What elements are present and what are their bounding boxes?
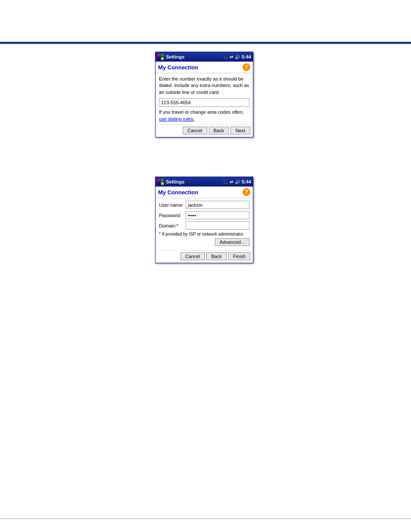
windows-logo-icon	[157, 53, 164, 60]
svg-rect-5	[161, 179, 164, 181]
dialog-content-1: Enter the number exactly as it should be…	[156, 73, 253, 124]
titlebar-2: Settings 📞 ⇄ 🔊 5:44	[156, 177, 253, 187]
titlebar-time-1: 5:44	[242, 54, 251, 59]
back-button-2[interactable]: Back	[206, 252, 226, 260]
windows-logo-icon-2	[157, 178, 164, 185]
dialog-header-1: My Connection ?	[156, 62, 253, 73]
cancel-button-2[interactable]: Cancel	[181, 252, 205, 260]
titlebar-right-2: 📞 ⇄ 🔊 5:44	[223, 179, 251, 184]
svg-rect-6	[158, 182, 160, 185]
help-button-1[interactable]: ?	[243, 63, 250, 71]
password-label: Password:	[159, 213, 186, 218]
bottom-decorative-bar	[0, 518, 411, 519]
titlebar-right-1: 📞 ⇄ 🔊 5:44	[223, 54, 251, 59]
dialog-title-1: My Connection	[158, 64, 198, 71]
username-label: User name:	[159, 202, 186, 208]
password-input[interactable]	[186, 211, 249, 219]
svg-rect-0	[158, 54, 160, 56]
svg-rect-3	[161, 57, 164, 60]
dialog-credentials: Settings 📞 ⇄ 🔊 5:44 My Connection ? User…	[155, 177, 253, 263]
volume-status-icon-2: 🔊	[235, 180, 240, 184]
titlebar-1: Settings 📞 ⇄ 🔊 5:44	[156, 52, 253, 62]
advanced-row: Advanced...	[159, 238, 249, 246]
titlebar-title-2: Settings	[166, 179, 184, 184]
titlebar-left-2: Settings	[157, 178, 184, 185]
dialog-buttons-2: Cancel Back Finish	[156, 250, 253, 263]
password-row: Password:	[159, 211, 249, 219]
titlebar-time-2: 5:44	[242, 179, 251, 184]
domain-row: Domain:*	[159, 221, 249, 230]
username-input[interactable]	[186, 201, 249, 209]
network-status-icon-2: ⇄	[230, 180, 233, 184]
network-status-icon: ⇄	[230, 55, 233, 59]
dialog-content-2: User name: Password: Domain:* * If provi…	[156, 198, 253, 250]
svg-rect-7	[161, 182, 164, 185]
next-button-1[interactable]: Next	[230, 127, 250, 134]
phone-status-icon-2: 📞	[223, 180, 228, 184]
svg-rect-4	[158, 179, 160, 181]
titlebar-title-1: Settings	[166, 54, 184, 59]
svg-rect-1	[161, 54, 164, 56]
dialog-buttons-1: Cancel Back Next	[156, 124, 253, 137]
volume-status-icon: 🔊	[235, 55, 240, 59]
phone-status-icon: 📞	[223, 55, 228, 59]
username-row: User name:	[159, 201, 249, 209]
back-button-1[interactable]: Back	[209, 127, 229, 134]
dialog-phone-number: Settings 📞 ⇄ 🔊 5:44 My Connection ? Ente…	[155, 52, 253, 137]
help-button-2[interactable]: ?	[243, 188, 250, 196]
phone-number-input[interactable]	[159, 98, 249, 107]
dialing-text: If you travel or change area codes often…	[159, 109, 249, 115]
dialing-rules-link[interactable]: use dialing rules.	[159, 116, 195, 121]
dialog-header-2: My Connection ?	[156, 187, 253, 198]
dialog-title-2: My Connection	[158, 189, 198, 196]
finish-button[interactable]: Finish	[228, 252, 250, 260]
advanced-button[interactable]: Advanced...	[215, 238, 249, 246]
credential-note: * If provided by ISP or network administ…	[159, 232, 249, 236]
domain-input[interactable]	[186, 221, 249, 230]
cancel-button-1[interactable]: Cancel	[183, 127, 207, 134]
domain-label: Domain:*	[159, 223, 186, 228]
top-decorative-bar	[0, 42, 411, 44]
titlebar-left-1: Settings	[157, 53, 184, 60]
phone-description: Enter the number exactly as it should be…	[159, 76, 249, 96]
svg-rect-2	[158, 57, 160, 60]
